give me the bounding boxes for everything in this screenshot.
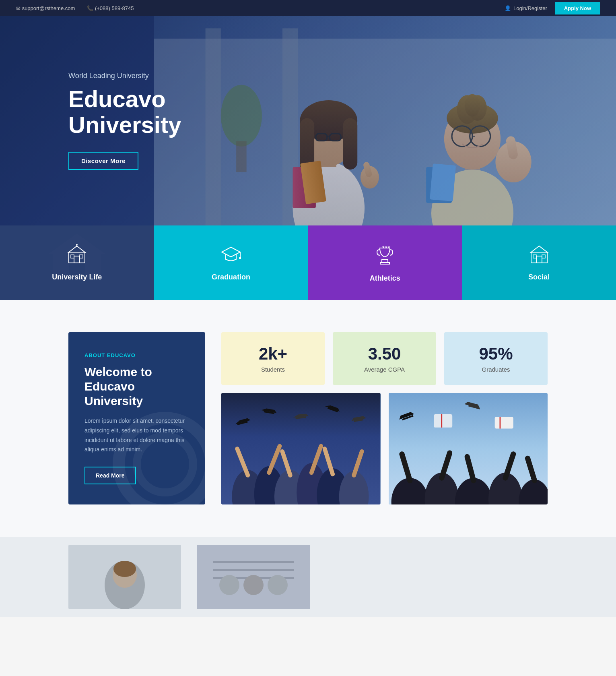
read-more-button[interactable]: Read More (84, 467, 136, 484)
svg-rect-41 (71, 255, 74, 258)
social-icon (529, 244, 549, 268)
tile-social[interactable]: Social (462, 225, 616, 300)
svg-rect-104 (213, 569, 294, 571)
svg-point-25 (465, 94, 480, 117)
svg-marker-45 (222, 247, 240, 257)
about-text: Lorem ipsum dolor sit amet, consectetur … (84, 416, 189, 455)
stat-graduates: 95% Graduates (444, 332, 548, 385)
stat-students: 2k+ Students (221, 332, 325, 385)
stat-cgpa-label: Average CGPA (341, 366, 428, 373)
svg-point-108 (268, 575, 288, 595)
grad-scene-2 (389, 393, 548, 504)
stats-and-images: 2k+ Students 3.50 Average CGPA 95% Gradu… (221, 332, 548, 504)
top-bar-left: ✉ support@rstheme.com 📞 (+088) 589-8745 (16, 5, 134, 11)
svg-rect-30 (430, 163, 456, 201)
about-title: Welcome to Educavo University (84, 365, 189, 408)
hero-subtitle: World Leading University (68, 72, 241, 80)
about-card: ABOUT EDUCAVO Welcome to Educavo Univers… (68, 332, 205, 504)
svg-marker-52 (530, 246, 548, 253)
svg-rect-54 (533, 255, 536, 258)
hero-content: World Leading University Educavo Univers… (0, 72, 241, 170)
tile-social-label: Social (528, 273, 550, 281)
about-section: ABOUT EDUCAVO Welcome to Educavo Univers… (0, 300, 616, 537)
email-icon: ✉ (16, 5, 21, 11)
svg-rect-103 (213, 561, 294, 563)
svg-rect-49 (380, 263, 389, 264)
login-text: Login/Register (513, 5, 547, 11)
svg-point-107 (243, 575, 264, 595)
about-label: ABOUT EDUCAVO (84, 352, 189, 358)
svg-rect-48 (382, 259, 388, 263)
phone-contact: 📞 (+088) 589-8745 (87, 5, 134, 11)
login-link[interactable]: 👤 Login/Register (505, 5, 547, 11)
svg-rect-53 (536, 256, 542, 263)
graduation-image-1 (221, 393, 381, 504)
stats-row: 2k+ Students 3.50 Average CGPA 95% Gradu… (221, 332, 548, 385)
tile-university-life-label: University Life (52, 273, 102, 281)
user-icon: 👤 (505, 5, 511, 11)
graduation-image-2 (389, 393, 548, 504)
teaser-image-1 (68, 545, 181, 609)
svg-rect-87 (434, 414, 452, 428)
apply-button[interactable]: Apply Now (555, 2, 600, 14)
svg-text:★★★: ★★★ (382, 245, 390, 249)
top-bar-right: 👤 Login/Register Apply Now (505, 2, 600, 14)
category-tiles: University Life Graduation ★★★ (0, 225, 616, 300)
tile-graduation[interactable]: Graduation (154, 225, 308, 300)
stat-cgpa-number: 3.50 (341, 344, 428, 364)
grad-scene-1 (221, 393, 381, 504)
tile-graduation-label: Graduation (212, 273, 250, 281)
phone-icon: 📞 (87, 5, 93, 11)
email-text: support@rstheme.com (22, 5, 75, 11)
stat-students-label: Students (229, 366, 317, 373)
tile-university-life[interactable]: University Life (0, 225, 154, 300)
tile-athletics[interactable]: ★★★ Athletics (308, 225, 462, 300)
svg-rect-91 (494, 417, 513, 428)
graduation-icon (221, 244, 241, 268)
tile-athletics-label: Athletics (370, 274, 400, 283)
hero-title: Educavo University (68, 86, 241, 138)
svg-point-44 (76, 244, 78, 246)
email-contact: ✉ support@rstheme.com (16, 5, 75, 11)
svg-point-101 (113, 561, 136, 577)
hero-section: World Leading University Educavo Univers… (0, 16, 616, 225)
stat-graduates-number: 95% (452, 344, 540, 364)
discover-more-button[interactable]: Discover More (68, 152, 138, 170)
teaser-image-2 (197, 545, 310, 609)
svg-rect-42 (80, 255, 83, 258)
phone-text: (+088) 589-8745 (95, 5, 134, 11)
svg-rect-40 (74, 256, 80, 263)
stat-students-number: 2k+ (229, 344, 317, 364)
stat-graduates-label: Graduates (452, 366, 540, 373)
top-bar: ✉ support@rstheme.com 📞 (+088) 589-8745 … (0, 0, 616, 16)
stat-cgpa: 3.50 Average CGPA (333, 332, 436, 385)
images-row (221, 393, 548, 504)
university-life-icon (67, 244, 87, 268)
svg-point-47 (239, 257, 241, 259)
svg-point-106 (219, 575, 239, 595)
athletics-icon: ★★★ (374, 243, 396, 269)
svg-rect-55 (542, 255, 545, 258)
svg-rect-11 (343, 118, 357, 170)
bottom-teaser (0, 537, 616, 617)
